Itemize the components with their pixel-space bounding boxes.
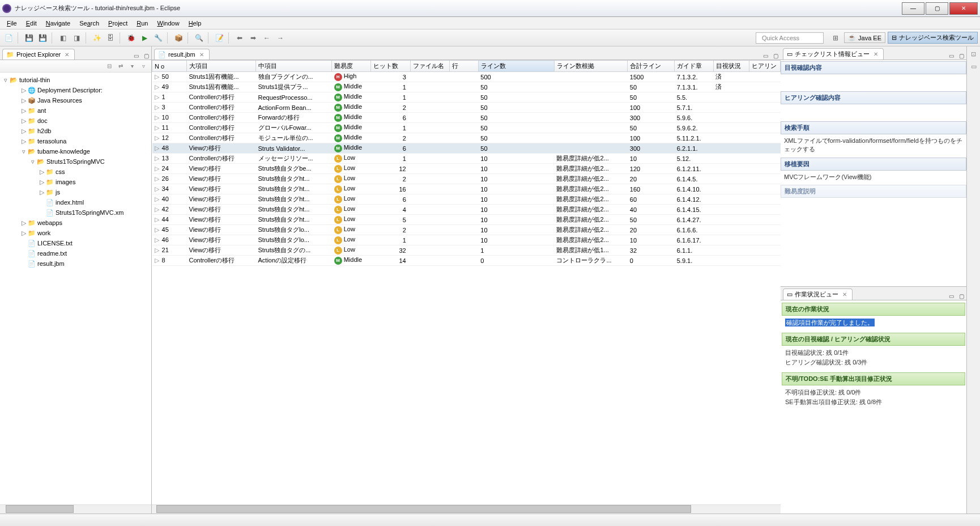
- tree-node[interactable]: ▷📁ant: [0, 105, 151, 116]
- save-icon[interactable]: 💾: [23, 32, 35, 44]
- tree-node[interactable]: ▷🌐Deployment Descriptor:: [0, 85, 151, 95]
- maximize-button[interactable]: ▢: [926, 2, 948, 15]
- col-header[interactable]: ガイド章: [675, 61, 713, 72]
- table-row[interactable]: ▷ 42Viewの移行Struts独自タグht...LLow410難易度詳細が低…: [152, 205, 781, 215]
- tab-result-jbm[interactable]: 📄 result.jbm ✕: [154, 49, 210, 60]
- table-row[interactable]: ▷ 49Struts1固有機能...Struts1提供プラ...MMiddle1…: [152, 82, 781, 92]
- save-all-icon[interactable]: 💾: [36, 32, 49, 44]
- tree-node[interactable]: 📄index.html: [0, 197, 151, 207]
- maximize-workstatus-icon[interactable]: ▢: [957, 292, 965, 300]
- tree-node[interactable]: ▷📦Java Resources: [0, 95, 151, 105]
- table-row[interactable]: ▷ 10Controllerの移行Forwardの移行MMiddle650300…: [152, 113, 781, 123]
- table-row[interactable]: ▷ 50Struts1固有機能...独自プラグインの...HHigh350015…: [152, 72, 781, 82]
- close-workstatus-icon[interactable]: ✕: [841, 291, 849, 299]
- tab-project-explorer[interactable]: 📁 Project Explorer ✕: [2, 49, 75, 60]
- run-icon[interactable]: ▶: [138, 32, 151, 44]
- tree-node[interactable]: ▷📁work: [0, 228, 151, 238]
- hscroll-center[interactable]: [152, 504, 781, 514]
- new-package-icon[interactable]: 📦: [172, 32, 185, 44]
- quick-access[interactable]: Quick Access: [756, 32, 824, 44]
- col-header[interactable]: ヒット数: [370, 61, 411, 72]
- collapse-all-icon[interactable]: ⊟: [105, 62, 114, 71]
- menu-help[interactable]: Help: [184, 19, 206, 28]
- wand-icon[interactable]: ✨: [91, 32, 103, 44]
- menu-project[interactable]: Project: [104, 19, 132, 28]
- table-row[interactable]: ▷ 48Viewの移行Struts Validator...MMiddle650…: [152, 143, 781, 154]
- menu-file[interactable]: File: [2, 19, 22, 28]
- table-row[interactable]: ▷ 8Controllerの移行Actionの設定移行MMiddle140コント…: [152, 256, 781, 266]
- table-row[interactable]: ▷ 46Viewの移行Struts独自タグlo...LLow110難易度詳細が低…: [152, 235, 781, 245]
- tree-root[interactable]: ▿📂 tutorial-thin: [0, 75, 151, 85]
- col-header[interactable]: ライン数根拠: [554, 61, 627, 72]
- outline-icon[interactable]: ▭: [969, 61, 979, 71]
- table-row[interactable]: ▷ 24Viewの移行Struts独自タグbe...LLow1210難易度詳細が…: [152, 164, 781, 174]
- col-header[interactable]: N o: [152, 61, 187, 72]
- col-header[interactable]: 難易度: [332, 61, 370, 72]
- tree-node[interactable]: 📄readme.txt: [0, 248, 151, 258]
- table-row[interactable]: ▷ 45Viewの移行Struts独自タグlo...LLow210難易度詳細が低…: [152, 225, 781, 235]
- table-row[interactable]: ▷ 26Viewの移行Struts独自タグht...LLow210難易度詳細が低…: [152, 174, 781, 184]
- table-row[interactable]: ▷ 34Viewの移行Struts独自タグht...LLow1610難易度詳細が…: [152, 184, 781, 194]
- tab-workstatus[interactable]: ▭ 作業状況ビュー ✕: [783, 289, 853, 300]
- search-icon[interactable]: 🔍: [193, 32, 205, 44]
- tree-node[interactable]: 📄Struts1ToSpringMVC.xm: [0, 207, 151, 218]
- col-header[interactable]: 大項目: [187, 61, 256, 72]
- minimize-view-icon[interactable]: ▭: [132, 52, 140, 60]
- col-header[interactable]: ファイル名: [411, 61, 449, 72]
- col-header[interactable]: 目視状況: [713, 61, 749, 72]
- col-header[interactable]: ライン数: [478, 61, 554, 72]
- tree-node[interactable]: ▷📁doc: [0, 116, 151, 126]
- tree-node[interactable]: ▷📁css: [0, 167, 151, 177]
- result-table[interactable]: N o大項目中項目難易度ヒット数ファイル名行ライン数ライン数根拠合計ラインガイド…: [152, 60, 781, 504]
- close-view-icon[interactable]: ✕: [63, 50, 71, 58]
- tree-node[interactable]: ▷📁terasoluna: [0, 136, 151, 146]
- annotate-icon[interactable]: 📝: [213, 32, 225, 44]
- close-editor-icon[interactable]: ✕: [198, 50, 206, 58]
- table-row[interactable]: ▷ 21Viewの移行Struts独自タグの...LLow321難易度詳細が低1…: [152, 245, 781, 256]
- close-checklist-icon[interactable]: ✕: [872, 50, 880, 58]
- new-icon[interactable]: 📄: [2, 32, 15, 44]
- nav-back-icon[interactable]: ←: [261, 32, 273, 44]
- maximize-view-icon[interactable]: ▢: [142, 52, 150, 60]
- tree-node[interactable]: ▷📁js: [0, 187, 151, 197]
- menu-run[interactable]: Run: [132, 19, 152, 28]
- view-menu-icon[interactable]: ▿: [139, 62, 148, 71]
- open-perspective-icon[interactable]: ⊞: [829, 32, 842, 44]
- tree-node[interactable]: ▿📂tubame-knowledge: [0, 146, 151, 156]
- nav-forward-icon[interactable]: →: [274, 32, 287, 44]
- maximize-checklist-icon[interactable]: ▢: [957, 52, 965, 60]
- tree-node[interactable]: 📄LICENSE.txt: [0, 238, 151, 248]
- tree-node[interactable]: ▷📁webapps: [0, 218, 151, 228]
- tree-node[interactable]: ▷📁h2db: [0, 126, 151, 136]
- col-header[interactable]: 合計ライン: [628, 61, 675, 72]
- filter-icon[interactable]: ▾: [127, 62, 137, 71]
- col-header[interactable]: 中項目: [256, 61, 332, 72]
- maximize-editor-icon[interactable]: ▢: [772, 52, 779, 60]
- minimize-editor-icon[interactable]: ▭: [761, 52, 769, 60]
- tree-node[interactable]: ▿📂Struts1ToSpringMVC: [0, 156, 151, 167]
- perspective-javaee[interactable]: ☕Java EE: [844, 32, 885, 43]
- table-row[interactable]: ▷ 1Controllerの移行RequestProcesso...MMiddl…: [152, 92, 781, 103]
- tree-node[interactable]: 📄result.jbm: [0, 258, 151, 269]
- back-icon[interactable]: ⬅: [233, 32, 246, 44]
- col-header[interactable]: ヒアリン: [749, 61, 781, 72]
- restore-icon[interactable]: ⊡: [969, 49, 979, 59]
- tab-checklist[interactable]: ▭ チェックリスト情報ビュー ✕: [783, 48, 884, 60]
- menu-edit[interactable]: Edit: [22, 19, 41, 28]
- col-header[interactable]: 行: [449, 61, 478, 72]
- menu-search[interactable]: Search: [75, 19, 104, 28]
- minimize-workstatus-icon[interactable]: ▭: [947, 292, 955, 300]
- debug-icon[interactable]: 🐞: [125, 32, 137, 44]
- table-row[interactable]: ▷ 3Controllerの移行ActionForm Bean...MMiddl…: [152, 103, 781, 113]
- minimize-button[interactable]: —: [902, 2, 924, 15]
- tree-node[interactable]: ▷📁images: [0, 177, 151, 187]
- menu-navigate[interactable]: Navigate: [41, 19, 75, 28]
- menu-window[interactable]: Window: [152, 19, 184, 28]
- table-row[interactable]: ▷ 12Controllerの移行モジュール単位の...MMiddle25010…: [152, 133, 781, 143]
- link-editor-icon[interactable]: ⇄: [116, 62, 125, 71]
- server-icon[interactable]: 🗄: [104, 32, 117, 44]
- hscroll-left[interactable]: [0, 504, 151, 514]
- close-button[interactable]: ✕: [949, 2, 978, 15]
- open-task-icon[interactable]: ◨: [70, 32, 83, 44]
- forward-icon[interactable]: ➡: [247, 32, 259, 44]
